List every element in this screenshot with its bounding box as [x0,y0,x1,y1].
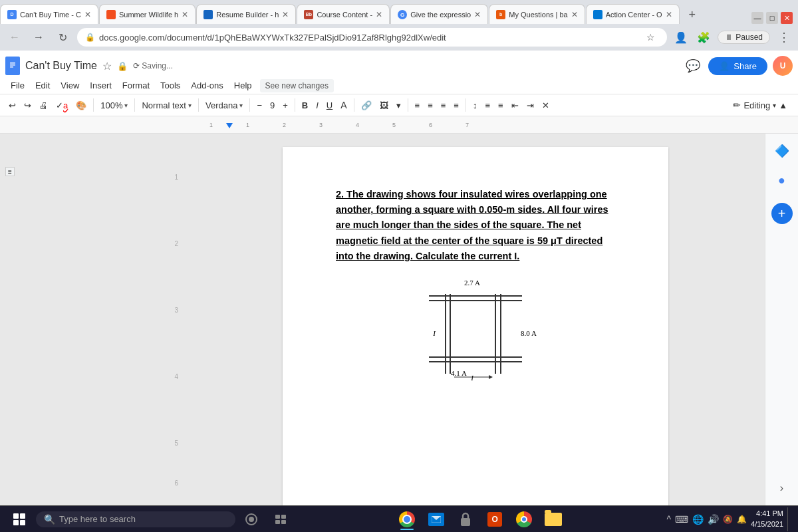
see-new-changes-button[interactable]: See new changes [260,79,334,92]
task-view-button[interactable] [267,507,294,531]
tab-summer-wildlife[interactable]: Summer Wildlife h ✕ [99,4,196,24]
line-spacing-button[interactable]: ↕ [469,96,481,114]
taskbar-search-icon: 🔍 [44,514,55,525]
zoom-select[interactable]: 100% ▾ [97,96,131,114]
redo-button[interactable]: ↪ [21,96,35,114]
sidebar-explore-button[interactable]: 🔷 [770,139,794,163]
align-right-button[interactable]: ≡ [438,96,450,114]
sidebar-scroll-down[interactable]: › [770,476,794,500]
user-avatar[interactable]: U [773,56,793,76]
taskbar-search[interactable]: 🔍 Type here to search [36,511,235,527]
tab-cant-buy-time[interactable]: D Can't Buy Time - C ✕ [0,4,98,24]
url-bar[interactable]: 🔒 docs.google.com/document/d/1pQhEBaWXYW… [77,28,667,47]
tab-course-content[interactable]: Bb Course Content - ✕ [297,4,390,24]
align-button[interactable]: ▾ [393,96,404,114]
paused-button[interactable]: ⏸ Paused [718,31,770,44]
taskbar-email-button[interactable] [423,507,450,531]
browser-menu-button[interactable]: ⋮ [775,30,793,45]
bookmark-icon[interactable]: ☆ [642,29,659,46]
menu-file[interactable]: File [5,78,30,92]
star-icon[interactable]: ☆ [102,60,112,72]
link-button[interactable]: 🔗 [358,96,375,114]
indent-increase-button[interactable]: ⇥ [523,96,537,114]
tray-mute-icon[interactable]: 🔕 [723,515,733,524]
taskbar-lock-button[interactable] [452,507,479,531]
tab-my-questions[interactable]: b My Questions | ba ✕ [489,4,585,24]
start-button[interactable] [5,509,33,530]
tray-network-icon[interactable]: 🌐 [692,514,704,525]
tab-action-center[interactable]: Action Center - O ✕ [586,4,680,24]
tab-close-action-center[interactable]: ✕ [666,10,672,19]
margin-label-4: 4 [174,373,178,380]
sidebar-assistant-button[interactable]: ● [770,168,794,192]
taskbar-office-button[interactable]: O [481,507,508,531]
close-window-button[interactable]: ✕ [781,12,793,24]
back-button[interactable]: ← [5,28,24,47]
new-tab-button[interactable]: + [683,5,702,24]
document-page[interactable]: 2. The drawing shows four insulated wire… [283,147,668,505]
tray-keyboard-icon[interactable]: ⌨ [675,514,688,525]
style-select[interactable]: Normal text ▾ [138,96,194,114]
lock-doc-icon[interactable]: 🔒 [117,61,128,71]
tray-notification-icon[interactable]: 🔔 [737,515,747,524]
tab-close-course-content[interactable]: ✕ [376,10,382,19]
align-left-button[interactable]: ≡ [412,96,424,114]
forward-button[interactable]: → [29,28,48,47]
menu-tools[interactable]: Tools [155,78,186,92]
editing-mode-button[interactable]: ✏ Editing ▾ ▲ [728,98,793,112]
tab-close-give-expression[interactable]: ✕ [474,10,481,19]
taskbar-clock[interactable]: 4:41 PM 4/15/2021 [751,509,783,529]
taskbar-chrome2-button[interactable] [511,507,537,531]
saving-icon: ⟳ [133,61,140,70]
comments-button[interactable]: 💬 [683,56,703,76]
font-select[interactable]: Verdana ▾ [202,96,246,114]
taskbar-chrome-button[interactable] [394,507,420,531]
text-color-button[interactable]: A [337,96,350,114]
italic-button[interactable]: I [313,96,322,114]
align-center-button[interactable]: ≡ [424,96,436,114]
show-desktop-button[interactable] [787,507,793,531]
extensions-icon[interactable]: 🧩 [695,29,712,46]
minimize-button[interactable]: — [751,12,763,24]
increase-font-button[interactable]: + [279,96,291,114]
menu-addons[interactable]: Add-ons [186,78,228,92]
docs-title[interactable]: Can't Buy Time [25,60,97,72]
tab-close-resume-builder[interactable]: ✕ [282,10,289,19]
menu-format[interactable]: Format [117,78,155,92]
undo-button[interactable]: ↩ [5,96,19,114]
tab-close-my-questions[interactable]: ✕ [571,10,578,19]
tab-give-expression[interactable]: G Give the expressio ✕ [390,4,488,24]
print-button[interactable]: 🖨 [36,96,51,114]
toolbar-sep-4 [249,98,250,112]
cortana-button[interactable] [238,507,265,531]
tab-close-cant-buy-time[interactable]: ✕ [84,10,91,19]
spellcheck-button[interactable]: ✓a [53,96,71,114]
maximize-button[interactable]: □ [766,12,778,24]
sidebar-add-button[interactable]: + [771,203,793,224]
indent-decrease-button[interactable]: ⇤ [508,96,522,114]
tab-resume-builder[interactable]: Resume Builder - h ✕ [196,4,296,24]
font-size-input[interactable]: 9 [267,96,278,114]
menu-insert[interactable]: Insert [84,78,117,92]
menu-edit[interactable]: Edit [30,78,55,92]
underline-button[interactable]: U [323,96,336,114]
share-button[interactable]: 👤 Share [708,57,767,75]
numbered-list-button[interactable]: ≡ [495,96,507,114]
bold-button[interactable]: B [299,96,311,114]
tray-chevron-icon[interactable]: ^ [666,514,671,525]
profile-icon[interactable]: 👤 [672,29,690,46]
ruler-mark-8: 7 [449,122,485,128]
paint-format-button[interactable]: 🎨 [72,96,90,114]
refresh-button[interactable]: ↻ [53,28,72,47]
clear-format-button[interactable]: ✕ [539,96,553,114]
tab-close-summer-wildlife[interactable]: ✕ [182,10,188,19]
list-button[interactable]: ≡ [481,96,493,114]
decrease-font-button[interactable]: − [253,96,265,114]
taskbar-folder-button[interactable] [540,507,567,531]
menu-help[interactable]: Help [229,78,257,92]
tray-volume-icon[interactable]: 🔊 [708,514,719,525]
image-button[interactable]: 🖼 [376,96,392,114]
physics-diagram: 2.7 A 8.0 A 4.1 A [409,277,542,384]
menu-view[interactable]: View [55,78,84,92]
align-justify-button[interactable]: ≡ [450,96,462,114]
